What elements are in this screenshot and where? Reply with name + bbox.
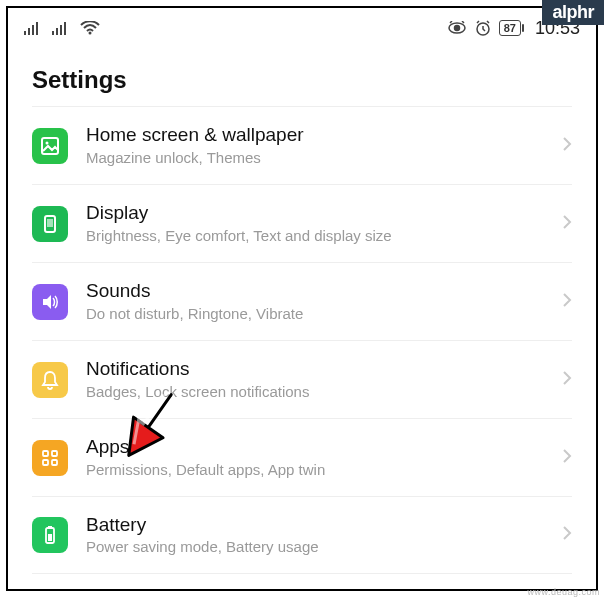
- row-title: Display: [86, 202, 562, 225]
- battery-indicator: 87: [499, 20, 521, 36]
- wifi-icon: [80, 21, 100, 35]
- svg-rect-0: [24, 31, 26, 35]
- chevron-right-icon: [562, 214, 572, 234]
- row-subtitle: Badges, Lock screen notifications: [86, 383, 562, 401]
- svg-rect-6: [60, 25, 62, 35]
- settings-list: Home screen & wallpaper Magazine unlock,…: [8, 106, 596, 574]
- alphr-badge: alphr: [542, 0, 604, 25]
- row-title: Sounds: [86, 280, 562, 303]
- chevron-right-icon: [562, 292, 572, 312]
- eye-comfort-icon: [447, 21, 467, 35]
- row-subtitle: Brightness, Eye comfort, Text and displa…: [86, 227, 562, 245]
- svg-rect-2: [32, 25, 34, 35]
- apps-icon: [32, 440, 68, 476]
- row-subtitle: Do not disturb, Ringtone, Vibrate: [86, 305, 562, 323]
- svg-rect-3: [36, 22, 38, 35]
- chevron-right-icon: [562, 136, 572, 156]
- alarm-icon: [475, 20, 491, 36]
- svg-line-11: [450, 21, 452, 23]
- display-icon: [32, 206, 68, 242]
- signal-sim2-icon: [52, 21, 70, 35]
- row-title: Apps: [86, 436, 562, 459]
- signal-sim1-icon: [24, 21, 42, 35]
- status-bar: 87 10:53: [8, 8, 596, 48]
- svg-rect-21: [43, 460, 48, 465]
- svg-rect-20: [52, 451, 57, 456]
- svg-rect-18: [47, 219, 53, 227]
- svg-rect-24: [48, 526, 52, 528]
- row-title: Notifications: [86, 358, 562, 381]
- row-notifications[interactable]: Notifications Badges, Lock screen notifi…: [32, 340, 572, 418]
- row-subtitle: Power saving mode, Battery usage: [86, 538, 562, 556]
- phone-screen: 87 10:53 Settings Home screen & wallpape…: [6, 6, 598, 591]
- watermark: www.deuag.com: [527, 587, 600, 597]
- row-home-screen[interactable]: Home screen & wallpaper Magazine unlock,…: [32, 106, 572, 184]
- svg-point-16: [46, 141, 49, 144]
- svg-rect-25: [48, 534, 52, 541]
- row-display[interactable]: Display Brightness, Eye comfort, Text an…: [32, 184, 572, 262]
- bell-icon: [32, 362, 68, 398]
- chevron-right-icon: [562, 370, 572, 390]
- row-sounds[interactable]: Sounds Do not disturb, Ringtone, Vibrate: [32, 262, 572, 340]
- row-title: Battery: [86, 514, 562, 537]
- row-apps[interactable]: Apps Permissions, Default apps, App twin: [32, 418, 572, 496]
- svg-point-8: [89, 32, 92, 35]
- sounds-icon: [32, 284, 68, 320]
- svg-rect-5: [56, 28, 58, 35]
- row-title: Home screen & wallpaper: [86, 124, 562, 147]
- svg-rect-19: [43, 451, 48, 456]
- svg-rect-7: [64, 22, 66, 35]
- chevron-right-icon: [562, 525, 572, 545]
- row-subtitle: Permissions, Default apps, App twin: [86, 461, 562, 479]
- battery-icon: [32, 517, 68, 553]
- svg-rect-1: [28, 28, 30, 35]
- row-battery[interactable]: Battery Power saving mode, Battery usage: [32, 496, 572, 574]
- wallpaper-icon: [32, 128, 68, 164]
- svg-rect-15: [42, 138, 58, 154]
- svg-point-10: [454, 26, 459, 31]
- chevron-right-icon: [562, 448, 572, 468]
- page-title: Settings: [8, 48, 596, 106]
- svg-rect-4: [52, 31, 54, 35]
- svg-line-12: [462, 21, 464, 23]
- row-subtitle: Magazine unlock, Themes: [86, 149, 562, 167]
- svg-rect-22: [52, 460, 57, 465]
